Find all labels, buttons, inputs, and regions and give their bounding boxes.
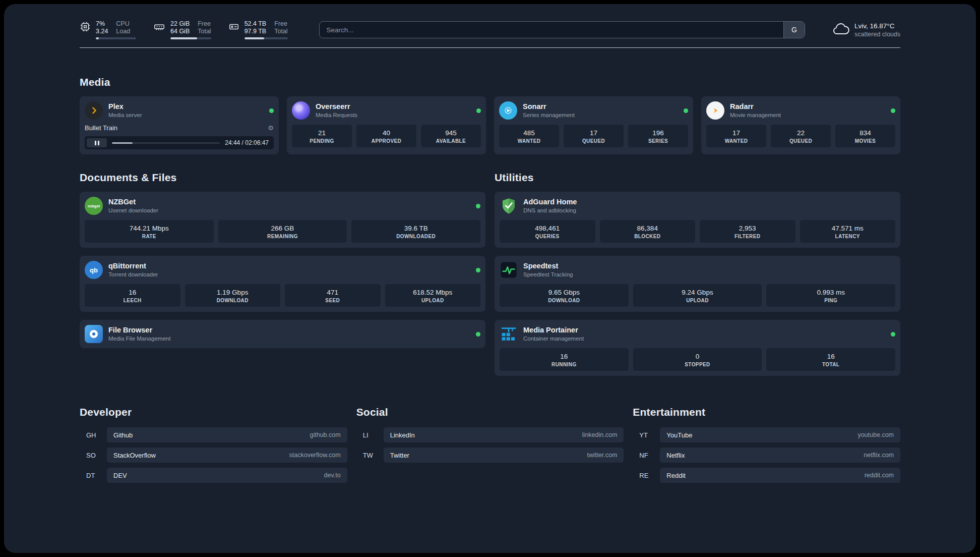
bookmark-row: DT DEV dev.to: [80, 468, 347, 483]
bookmark-abbr: YT: [633, 431, 660, 439]
stat-label: WANTED: [708, 138, 764, 144]
bookmark-name: StackOverflow: [113, 452, 156, 459]
stat-tile: 0.993 ms PING: [766, 284, 895, 307]
cpu-progress-fill: [96, 37, 99, 39]
speedtest-card: Speedtest Speedtest Tracking 9.65 Gbps D…: [495, 256, 900, 312]
stat-label: DOWNLOAD: [502, 298, 627, 303]
bookmark-link-twitter[interactable]: Twitter twitter.com: [384, 448, 624, 463]
pause-button[interactable]: [87, 138, 107, 147]
stat-label: WANTED: [501, 138, 557, 144]
weather-location: Lviv, 16.87°C: [854, 22, 900, 30]
nzbget-service-link[interactable]: nzbget NZBGet Usenet downloader: [85, 197, 480, 215]
section-title-documents: Documents & Files: [80, 172, 485, 184]
search-provider-button[interactable]: G: [783, 22, 805, 38]
service-subtitle: Speedtest Tracking: [523, 271, 573, 278]
memory-widget: 22 GiB 64 GiB Free Total: [153, 20, 211, 39]
stat-value: 1.19 Gbps: [187, 288, 279, 297]
gear-icon[interactable]: ⚙: [268, 124, 274, 132]
cpu-usage-value: 7%: [96, 20, 108, 28]
sonarr-icon: [499, 101, 517, 120]
bookmark-link-dev[interactable]: DEV dev.to: [107, 468, 347, 483]
stat-value: 0: [635, 352, 760, 361]
status-dot: [269, 108, 274, 113]
stat-value: 17: [708, 129, 764, 137]
adguard-service-link[interactable]: AdGuard Home DNS and adblocking: [500, 197, 895, 215]
bookmark-url: reddit.com: [865, 472, 894, 479]
documents-column: Documents & Files nzbget NZBGet Usenet d…: [80, 172, 485, 376]
bookmark-row: SO StackOverflow stackoverflow.com: [80, 448, 347, 463]
stat-value: 471: [287, 288, 379, 297]
stat-label: LATENCY: [802, 234, 894, 239]
bookmark-link-linkedin[interactable]: LinkedIn linkedin.com: [384, 427, 624, 442]
plex-icon: [85, 101, 103, 120]
bookmark-row: RE Reddit reddit.com: [633, 468, 900, 483]
portainer-service-link[interactable]: Media Portainer Container management: [500, 325, 895, 343]
stat-label: SEED: [287, 298, 379, 303]
stat-label: STOPPED: [635, 362, 760, 367]
stat-tile: 16 TOTAL: [766, 348, 895, 371]
playback-progress-track[interactable]: [112, 142, 220, 144]
qbittorrent-icon: qb: [85, 261, 103, 279]
stat-tile: 39.6 TB DOWNLOADED: [351, 220, 480, 243]
bookmark-name: Netflix: [666, 452, 685, 459]
service-subtitle: Series management: [523, 112, 575, 119]
stat-tile: 9.24 Gbps UPLOAD: [633, 284, 762, 307]
memory-total-label: Total: [198, 28, 211, 35]
media-player-bar: 24:44 / 02:06:47: [85, 136, 274, 149]
bookmark-abbr: SO: [80, 452, 107, 459]
stat-label: UPLOAD: [387, 298, 479, 303]
bookmark-link-reddit[interactable]: Reddit reddit.com: [660, 468, 900, 483]
service-subtitle: Media File Management: [108, 335, 170, 343]
stat-tile: 744.21 Mbps RATE: [85, 220, 214, 243]
disk-total-label: Total: [274, 28, 287, 35]
disk-free-label: Free: [274, 20, 287, 28]
disk-widget: 52.4 TB 97.9 TB Free Total: [228, 20, 288, 39]
topbar-divider: [80, 47, 900, 48]
service-name: NZBGet: [108, 197, 158, 207]
speedtest-service-link[interactable]: Speedtest Speedtest Tracking: [500, 261, 895, 279]
bookmark-abbr: LI: [356, 431, 384, 439]
bookmark-link-stackoverflow[interactable]: StackOverflow stackoverflow.com: [107, 448, 347, 463]
bookmark-link-youtube[interactable]: YouTube youtube.com: [660, 427, 900, 442]
stat-label: RUNNING: [502, 362, 627, 367]
stat-label: TOTAL: [768, 362, 893, 367]
pause-icon: [95, 141, 96, 145]
sonarr-service-link[interactable]: Sonarr Series management: [499, 101, 688, 120]
status-dot: [684, 108, 688, 113]
filebrowser-service-link[interactable]: File Browser Media File Management: [85, 325, 480, 343]
stat-value: 2,953: [702, 224, 793, 233]
service-name: Radarr: [730, 102, 781, 112]
status-dot: [476, 332, 480, 337]
stat-tile: 40 APPROVED: [356, 125, 416, 147]
qbittorrent-service-link[interactable]: qb qBittorrent Torrent downloader: [85, 261, 480, 279]
stat-label: PENDING: [294, 138, 350, 144]
memory-free-label: Free: [198, 20, 211, 28]
stat-label: LEECH: [87, 298, 178, 303]
service-subtitle: Torrent downloader: [108, 271, 158, 278]
bookmark-abbr: RE: [633, 472, 660, 479]
cpu-label: CPU: [116, 20, 130, 28]
bookmark-link-github[interactable]: Github github.com: [107, 427, 347, 442]
radarr-service-link[interactable]: Radarr Movie management: [706, 101, 895, 120]
stat-label: FILTERED: [702, 234, 793, 239]
stat-label: DOWNLOAD: [187, 298, 279, 303]
overseerr-service-link[interactable]: Overseerr Media Requests: [292, 101, 481, 120]
media-grid: Plex Media server Bullet Train ⚙ 24:44 /…: [80, 96, 900, 154]
stat-tile: 86,384 BLOCKED: [600, 220, 696, 243]
overseerr-card: Overseerr Media Requests 21 PENDING 40 A…: [287, 96, 486, 154]
plex-service-link[interactable]: Plex Media server: [85, 101, 274, 120]
bookmark-link-netflix[interactable]: Netflix netflix.com: [660, 448, 900, 463]
memory-progress-bar: [170, 37, 211, 39]
stat-value: 618.52 Mbps: [387, 288, 479, 297]
stat-value: 40: [358, 129, 414, 137]
playback-time: 24:44 / 02:06:47: [225, 139, 269, 146]
status-dot: [891, 332, 895, 337]
stat-label: SERIES: [630, 138, 686, 144]
bookmark-url: netflix.com: [864, 452, 894, 459]
speedtest-icon: [500, 261, 518, 279]
search-input[interactable]: [320, 22, 783, 38]
developer-bookmarks: Developer GH Github github.com SO StackO…: [80, 406, 347, 488]
bookmark-row: TW Twitter twitter.com: [356, 448, 624, 463]
stat-tile: 2,953 FILTERED: [700, 220, 795, 243]
portainer-card: Media Portainer Container management 16 …: [495, 320, 900, 376]
